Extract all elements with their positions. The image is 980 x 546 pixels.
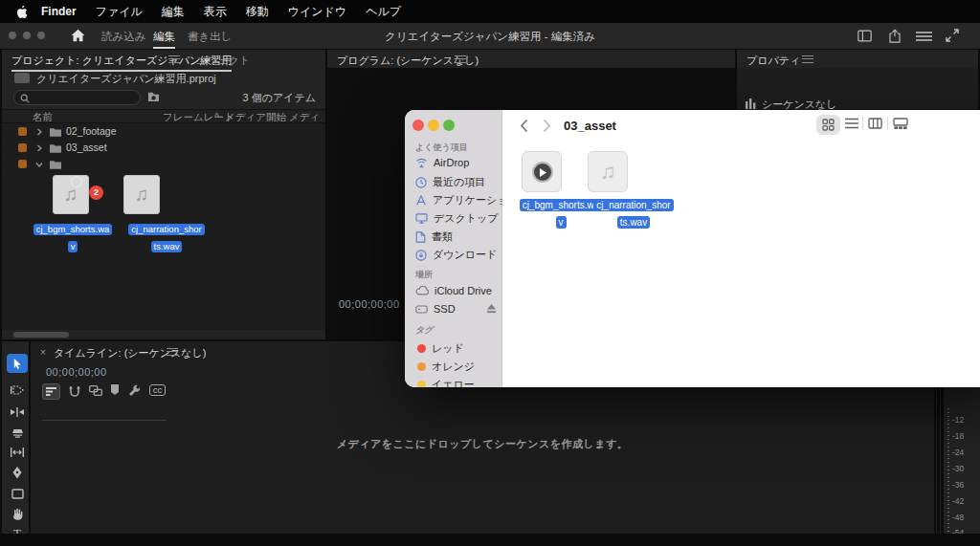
file-name-line1: cj_narration_shor — [593, 199, 673, 211]
folder-icon — [50, 160, 61, 169]
pen-tool[interactable] — [9, 464, 26, 481]
rectangle-tool[interactable] — [9, 485, 26, 502]
insert-overwrite-sequence-button[interactable] — [42, 383, 60, 400]
linked-selection-icon[interactable] — [89, 385, 102, 396]
tools-panel: T — [2, 341, 29, 546]
sidebar-tag-yellow[interactable]: イエロー — [417, 378, 475, 387]
sidebar-item-label: iCloud Drive — [434, 285, 492, 296]
search-input[interactable] — [13, 90, 141, 105]
file-label-narration[interactable]: cj_narration_shor ts.wav — [557, 195, 710, 229]
file-icon-bgm[interactable]: ♫ — [522, 151, 562, 192]
add-marker-icon[interactable] — [110, 384, 120, 396]
play-overlay-icon[interactable] — [532, 162, 553, 183]
sidebar-item-label: ダウンロード — [433, 248, 497, 262]
label-color-chip[interactable] — [18, 160, 27, 168]
finder-sidebar: よく使う項目 AirDrop 最近の項目 アプリケーション デスクトップ 書類 … — [405, 110, 502, 387]
bin-name[interactable]: 02_footage — [66, 125, 117, 137]
timeline-panel-menu-icon[interactable] — [167, 348, 178, 356]
close-panel-icon[interactable]: × — [40, 347, 46, 358]
track-select-forward-tool[interactable] — [9, 382, 26, 399]
sidebar-item-icloud-drive[interactable]: iCloud Drive — [415, 285, 492, 296]
chevron-right-icon[interactable] — [36, 144, 43, 152]
bin-row[interactable]: 02_footage — [2, 123, 325, 140]
sidebar-item-recents[interactable]: 最近の項目 — [415, 175, 485, 189]
tab-effects-panel[interactable]: エフェクト — [196, 54, 250, 68]
apple-menu-icon[interactable] — [15, 5, 28, 19]
snap-magnet-icon[interactable] — [69, 385, 80, 398]
file-icon-narration[interactable]: ♫ — [588, 151, 628, 192]
bin-row[interactable]: 03_asset — [2, 140, 325, 156]
menubar-app-name[interactable]: Finder — [41, 5, 77, 18]
timeline-panel-title[interactable]: タイムライン: (シーケンスなし) — [54, 346, 207, 360]
selection-tool[interactable] — [7, 354, 28, 373]
sidebar-tag-red[interactable]: レッド — [417, 341, 464, 356]
timeline-settings-wrench-icon[interactable] — [128, 384, 141, 397]
menu-window[interactable]: ウインドウ — [288, 4, 346, 20]
column-name[interactable]: 名前 — [33, 111, 53, 124]
meter-tick-label: -24 — [952, 448, 964, 457]
menu-help[interactable]: ヘルプ — [366, 4, 401, 20]
gallery-view-button[interactable] — [893, 118, 908, 129]
icon-view-button[interactable] — [816, 115, 840, 135]
timeline-timecode[interactable]: 00;00;00;00 — [46, 366, 107, 378]
column-view-button[interactable] — [868, 118, 882, 129]
column-media-truncated[interactable]: メディ — [289, 111, 320, 124]
tags-section-label: タグ — [415, 324, 433, 337]
ripple-edit-tool[interactable] — [9, 404, 26, 421]
menu-go[interactable]: 移動 — [246, 4, 269, 20]
sidebar-item-downloads[interactable]: ダウンロード — [415, 248, 497, 262]
sidebar-item-ssd[interactable]: SSD — [415, 303, 456, 315]
toolbar-divider — [887, 117, 888, 130]
back-icon[interactable] — [520, 119, 528, 133]
sidebar-item-airdrop[interactable]: AirDrop — [415, 157, 469, 168]
minimize-window-button[interactable] — [428, 120, 439, 131]
search-bin-icon[interactable] — [147, 91, 160, 102]
chevron-down-icon[interactable] — [35, 162, 43, 168]
favorites-section-label: よく使う項目 — [415, 142, 468, 154]
workspaces-icon[interactable] — [858, 30, 872, 42]
chevron-right-icon[interactable] — [36, 128, 43, 136]
red-tag-icon — [417, 344, 426, 353]
close-window-button[interactable] — [412, 120, 424, 131]
music-note-icon: ♫ — [600, 160, 616, 185]
program-timecode[interactable]: 00;00;00;00 — [339, 298, 400, 310]
razor-tool[interactable] — [9, 424, 26, 441]
properties-panel-title[interactable]: プロパティ — [746, 54, 800, 68]
tag-label: イエロー — [432, 378, 475, 387]
sidebar-item-documents[interactable]: 書類 — [415, 229, 453, 244]
share-export-icon[interactable] — [888, 29, 902, 43]
menu-edit[interactable]: 編集 — [162, 4, 185, 20]
project-panel-menu-icon[interactable] — [168, 55, 180, 63]
hand-tool[interactable] — [9, 505, 26, 522]
sidebar-tag-orange[interactable]: オレンジ — [417, 360, 475, 374]
quick-export-icon[interactable] — [916, 32, 932, 41]
applications-icon — [415, 195, 427, 207]
zoom-window-button[interactable] — [443, 120, 455, 131]
captions-icon[interactable]: CC — [149, 384, 166, 396]
horizontal-scrollbar[interactable] — [13, 332, 69, 338]
bin-name[interactable]: 03_asset — [66, 142, 107, 153]
list-column-header: 名前 フレームレート ^ メディア開始 メディ — [2, 109, 325, 123]
column-media-start[interactable]: メディア開始 — [225, 111, 286, 124]
project-file-icon — [14, 73, 30, 83]
document-title: クリエイターズジャパン練習用 - 編集済み — [0, 30, 980, 44]
project-file-name[interactable]: クリエイターズジャパン練習用.prproj — [36, 72, 216, 86]
tag-label: オレンジ — [432, 360, 475, 374]
menu-file[interactable]: ファイル — [96, 4, 143, 20]
list-view-button[interactable] — [845, 118, 858, 129]
column-framerate[interactable]: フレームレート — [163, 111, 234, 124]
timeline-drop-message: メディアをここにドロップしてシーケンスを作成します。 — [31, 437, 934, 451]
eject-icon[interactable] — [486, 304, 497, 314]
slip-tool[interactable] — [9, 444, 26, 461]
bin-row-expanded[interactable] — [2, 156, 325, 172]
properties-panel-menu-icon[interactable] — [802, 55, 813, 63]
meter-tick-label: -30 — [952, 464, 964, 473]
label-color-chip[interactable] — [18, 143, 27, 152]
label-color-chip[interactable] — [18, 127, 27, 136]
program-panel-menu-icon[interactable] — [455, 55, 466, 63]
forward-icon[interactable] — [543, 119, 551, 133]
macos-menu-bar: Finder ファイル 編集 表示 移動 ウインドウ ヘルプ — [0, 0, 980, 23]
fullscreen-icon[interactable] — [946, 29, 959, 42]
menu-view[interactable]: 表示 — [204, 4, 227, 20]
desktop-icon — [415, 213, 428, 224]
